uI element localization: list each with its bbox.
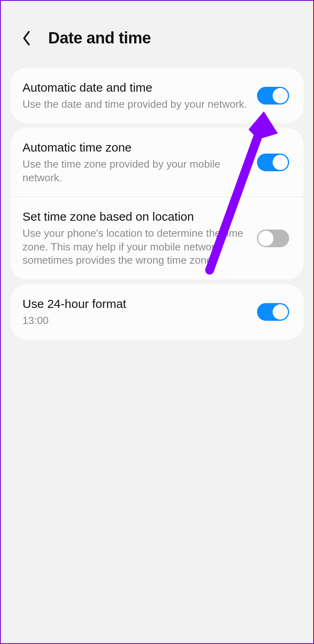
row-set-tz-location[interactable]: Set time zone based on location Use your… <box>10 197 304 279</box>
row-title: Automatic date and time <box>22 80 249 95</box>
row-subtitle: Use your phone's location to determine t… <box>22 227 249 267</box>
row-text: Automatic time zone Use the time zone pr… <box>22 140 249 185</box>
row-text: Automatic date and time Use the date and… <box>22 80 249 111</box>
settings-group: Automatic date and time Use the date and… <box>10 68 304 123</box>
row-subtitle: Use the date and time provided by your n… <box>22 98 249 111</box>
row-title: Use 24-hour format <box>22 296 249 312</box>
row-subtitle: Use the time zone provided by your mobil… <box>22 158 249 185</box>
settings-group: Use 24-hour format 13:00 <box>10 284 304 339</box>
row-text: Use 24-hour format 13:00 <box>22 296 249 327</box>
row-use-24h[interactable]: Use 24-hour format 13:00 <box>10 284 304 339</box>
row-title: Automatic time zone <box>22 140 249 155</box>
row-title: Set time zone based on location <box>22 209 249 224</box>
settings-group: Automatic time zone Use the time zone pr… <box>10 128 304 279</box>
toggle-set-tz-location[interactable] <box>257 230 289 247</box>
back-icon[interactable] <box>21 30 32 46</box>
toggle-use-24h[interactable] <box>257 303 289 321</box>
toggle-auto-date-time[interactable] <box>257 87 289 105</box>
page-title: Date and time <box>48 29 151 47</box>
row-auto-date-time[interactable]: Automatic date and time Use the date and… <box>10 68 304 123</box>
header: Date and time <box>1 1 313 63</box>
row-auto-time-zone[interactable]: Automatic time zone Use the time zone pr… <box>10 128 304 197</box>
row-text: Set time zone based on location Use your… <box>22 209 249 267</box>
row-subtitle: 13:00 <box>22 314 249 328</box>
toggle-auto-time-zone[interactable] <box>257 154 289 171</box>
